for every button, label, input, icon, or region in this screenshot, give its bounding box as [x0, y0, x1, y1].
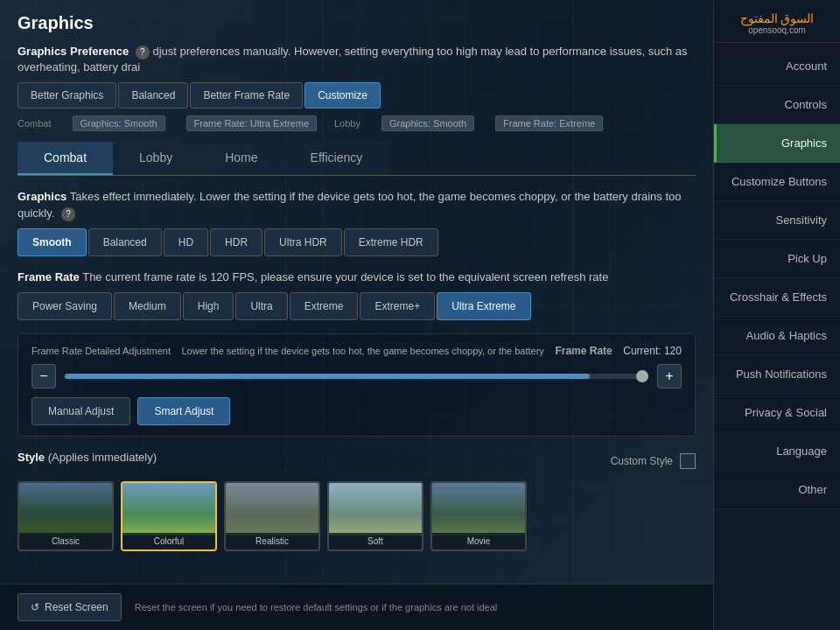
style-card-classic-label: Classic: [19, 533, 112, 550]
style-header: Style (Applies immediately) Custom Style: [18, 450, 696, 472]
info-icon[interactable]: ?: [136, 46, 150, 60]
extreme-plus-button[interactable]: Extreme+: [360, 292, 435, 320]
tab-lobby[interactable]: Lobby: [113, 142, 199, 175]
sidebar-item-graphics[interactable]: Graphics: [714, 124, 840, 163]
better-graphics-button[interactable]: Better Graphics: [18, 82, 116, 108]
manual-adjust-button[interactable]: Manual Adjust: [32, 397, 130, 425]
style-card-soft-preview: [329, 483, 422, 536]
power-saving-button[interactable]: Power Saving: [18, 292, 112, 320]
sidebar-logo: السوق المفتوح opensooq.com: [714, 4, 840, 43]
graphics-quality-description: Takes effect immediately. Lower the sett…: [18, 190, 682, 219]
style-card-realistic[interactable]: Realistic: [224, 481, 320, 551]
slider-description: Lower the setting if the device gets too…: [181, 346, 543, 356]
style-card-classic[interactable]: Classic: [18, 481, 114, 551]
reset-screen-note: Reset the screen if you need to restore …: [135, 602, 498, 612]
better-frame-rate-button[interactable]: Better Frame Rate: [190, 82, 303, 108]
ultra-button[interactable]: Ultra: [235, 292, 287, 320]
sidebar-item-account[interactable]: Account: [714, 47, 840, 86]
reset-icon: ↺: [31, 601, 39, 613]
main-panel: Graphics Graphics Preference ? djust pre…: [0, 0, 713, 630]
ultra-extreme-button[interactable]: Ultra Extreme: [437, 292, 530, 320]
high-button[interactable]: High: [183, 292, 234, 320]
slider-thumb: [636, 370, 648, 382]
medium-button[interactable]: Medium: [114, 292, 181, 320]
sidebar-item-audio-haptics[interactable]: Audio & Haptics: [714, 317, 840, 355]
frame-rate-description: The current frame rate is 120 FPS, pleas…: [82, 270, 608, 284]
style-description: Applies immediately: [52, 451, 153, 464]
frame-rate-buttons: Power Saving Medium High Ultra Extreme E…: [18, 292, 696, 320]
tab-efficiency[interactable]: Efficiency: [284, 142, 389, 175]
style-section: Style (Applies immediately) Custom Style…: [18, 450, 696, 551]
slider-section-label: Frame Rate Detailed Adjustment: [32, 346, 171, 356]
slider-minus-button[interactable]: −: [32, 364, 56, 388]
lobby-graphics-tag: Graphics: Smooth: [382, 116, 474, 131]
custom-style-label: Custom Style: [611, 455, 673, 467]
customize-button[interactable]: Customize: [304, 82, 381, 108]
style-cards: Classic Colorful Realistic Soft Movie: [18, 481, 696, 551]
style-card-realistic-preview: [226, 483, 318, 536]
graphics-preference-buttons: Better Graphics Balanced Better Frame Ra…: [18, 82, 696, 108]
sidebar-item-language[interactable]: Language: [714, 432, 840, 471]
reset-screen-button[interactable]: ↺ Reset Screen: [18, 593, 122, 621]
reset-screen-label: Reset Screen: [45, 601, 108, 613]
extreme-button[interactable]: Extreme: [290, 292, 359, 320]
slider-current-value: Current: 120: [623, 345, 682, 357]
sidebar-item-customize-buttons[interactable]: Customize Buttons: [714, 163, 840, 201]
sidebar-item-sensitivity[interactable]: Sensitivity: [714, 201, 840, 240]
slider-plus-button[interactable]: +: [657, 364, 682, 388]
style-card-movie-preview: [432, 483, 525, 536]
logo-arabic: السوق المفتوح: [721, 11, 833, 25]
style-card-movie[interactable]: Movie: [430, 481, 527, 551]
frame-rate-section-label: Frame Rate The current frame rate is 120…: [18, 270, 696, 285]
bottom-bar: ↺ Reset Screen Reset the screen if you n…: [0, 584, 713, 630]
sidebar-item-other[interactable]: Other: [714, 471, 840, 509]
balanced-pref-button[interactable]: Balanced: [118, 82, 188, 108]
slider-fill: [65, 374, 590, 379]
graphics-quality-buttons: Smooth Balanced HD HDR Ultra HDR Extreme…: [18, 228, 696, 256]
logo-text: opensooq.com: [721, 25, 833, 35]
combat-preset-label: Combat: [18, 118, 52, 129]
sidebar-item-crosshair-effects[interactable]: Crosshair & Effects: [714, 278, 840, 317]
frame-rate-label: Frame Rate: [18, 270, 80, 284]
smart-adjust-button[interactable]: Smart Adjust: [137, 397, 230, 425]
sidebar-item-controls[interactable]: Controls: [714, 86, 840, 124]
slider-header: Frame Rate Detailed Adjustment Lower the…: [32, 345, 682, 357]
style-card-colorful-preview: [122, 483, 215, 536]
hdr-button[interactable]: HDR: [210, 228, 262, 256]
hd-button[interactable]: HD: [164, 228, 208, 256]
sidebar-item-privacy-social[interactable]: Privacy & Social: [714, 394, 840, 432]
custom-style-toggle[interactable]: Custom Style: [611, 453, 696, 469]
extreme-hdr-button[interactable]: Extreme HDR: [344, 228, 438, 256]
graphics-preference-section: Graphics Preference ? djust preferences …: [18, 44, 696, 75]
style-card-colorful[interactable]: Colorful: [121, 481, 217, 551]
style-card-movie-label: Movie: [432, 533, 525, 550]
style-card-soft[interactable]: Soft: [327, 481, 424, 551]
combat-framerate-tag: Frame Rate: Ultra Extreme: [186, 116, 317, 131]
smooth-button[interactable]: Smooth: [18, 228, 87, 256]
tab-combat[interactable]: Combat: [18, 142, 113, 175]
graphics-quality-label: Graphics: [18, 190, 66, 203]
main-tabs: Combat Lobby Home Efficiency: [18, 142, 696, 176]
style-label: Style: [18, 451, 45, 464]
graphics-quality-section-label: Graphics Takes effect immediately. Lower…: [18, 189, 696, 220]
balanced-quality-button[interactable]: Balanced: [88, 228, 162, 256]
ultra-hdr-button[interactable]: Ultra HDR: [264, 228, 342, 256]
sidebar-item-pick-up[interactable]: Pick Up: [714, 240, 840, 278]
slider-track[interactable]: [65, 374, 648, 379]
page-title: Graphics: [18, 13, 696, 33]
combat-graphics-tag: Graphics: Smooth: [73, 116, 165, 131]
slider-section: Frame Rate Detailed Adjustment Lower the…: [18, 333, 696, 437]
graphics-info-icon[interactable]: ?: [61, 207, 75, 221]
tab-home[interactable]: Home: [199, 142, 284, 175]
style-card-classic-preview: [19, 483, 112, 536]
lobby-framerate-tag: Frame Rate: Extreme: [495, 116, 603, 131]
sidebar-item-push-notifications[interactable]: Push Notifications: [714, 355, 840, 394]
custom-style-checkbox[interactable]: [680, 453, 696, 469]
graphics-preference-label: Graphics Preference: [18, 45, 129, 58]
lobby-preset-label: Lobby: [334, 118, 360, 129]
slider-overlay-label: Frame Rate: [555, 345, 612, 357]
style-card-realistic-label: Realistic: [226, 533, 318, 550]
slider-controls: − +: [32, 364, 682, 388]
style-card-colorful-label: Colorful: [122, 533, 215, 550]
sidebar: السوق المفتوح opensooq.com Account Contr…: [713, 0, 840, 630]
